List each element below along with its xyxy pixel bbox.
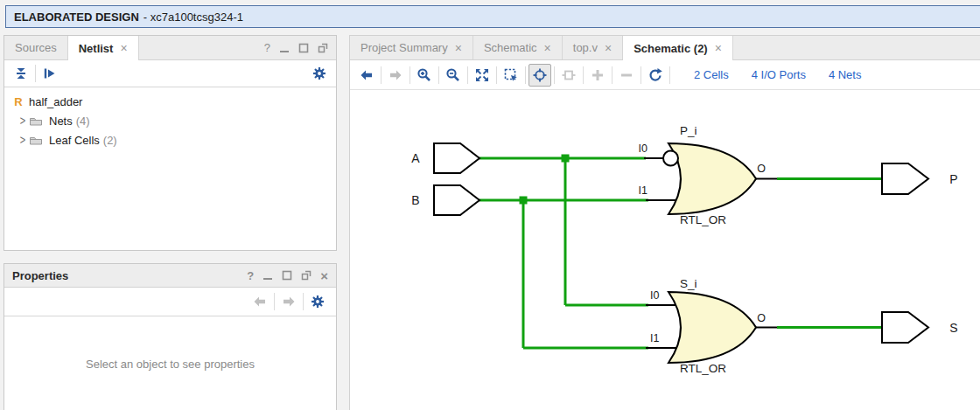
properties-settings-button[interactable] [306,290,329,313]
help-icon[interactable]: ? [264,41,270,54]
zoom-in-icon [416,67,432,83]
editor-area: Project Summary × Schematic × top.v × Sc… [349,35,980,410]
schematic-canvas[interactable]: A B P_i RTL_OR I0 I1 O S_i RTL_OR I0 I1 … [350,91,980,410]
back-button[interactable] [355,64,378,87]
add-to-schematic-button[interactable] [586,64,609,87]
arrow-right-icon [281,294,297,309]
arrow-left-icon [359,67,374,83]
gate1-pin-i0: I0 [639,142,648,155]
properties-panel: Properties ? × [4,263,337,410]
collapse-all-button[interactable] [10,62,32,85]
port-b-label: B [411,193,419,207]
minimize-icon[interactable] [279,43,290,53]
vertical-splitter[interactable] [337,35,349,410]
previous-object-button[interactable] [248,290,271,313]
maximize-icon[interactable] [298,43,309,53]
expand-cone-button[interactable] [557,64,580,87]
tab-schematic-2[interactable]: Schematic (2) × [623,36,733,60]
scroll-to-selected-icon [42,66,58,81]
float-icon[interactable] [301,270,312,281]
gate2-pin-i0: I0 [650,289,659,302]
close-icon[interactable]: × [544,41,551,55]
help-icon[interactable]: ? [247,269,254,282]
tab-sources[interactable]: Sources [4,36,68,59]
collapse-all-icon [13,66,29,81]
gate2-name: S_i [680,277,697,290]
tab-schematic[interactable]: Schematic × [473,36,563,59]
forward-button[interactable] [384,64,407,87]
netlist-panel: Sources Netlist × ? [4,35,337,251]
properties-header: Properties ? × [4,264,336,288]
port-a-label: A [411,151,420,165]
folder-icon [29,135,43,146]
gate1-pin-o: O [757,163,766,175]
autofit-selection-icon [532,67,548,83]
regenerate-layout-button[interactable] [644,64,667,87]
tree-item-leaf-cells[interactable]: > Leaf Cells (2) [4,130,336,149]
autofit-selection-button[interactable] [528,64,551,87]
gate1-pin-i1: I1 [639,184,648,197]
schematic-stats: 2 Cells 4 I/O Ports 4 Nets [694,68,861,81]
horizontal-splitter[interactable] [4,251,337,263]
editor-tabbar: Project Summary × Schematic × top.v × Sc… [350,36,980,60]
zoom-in-button[interactable] [413,64,436,87]
plus-icon [590,67,606,83]
remove-from-schematic-button[interactable] [615,64,638,87]
close-icon[interactable]: × [605,41,612,55]
tab-project-summary[interactable]: Project Summary × [350,36,473,59]
close-icon[interactable]: × [320,268,328,283]
banner-mode-label: ELABORATED DESIGN [14,10,139,24]
gear-icon [312,66,327,81]
elaborated-design-banner: ELABORATED DESIGN - xc7a100tcsg324-1 [5,5,980,28]
io-ports-count-link[interactable]: 4 I/O Ports [752,68,806,81]
gate2-pin-i1: I1 [650,332,659,344]
gate-p-i[interactable] [668,143,756,214]
zoom-to-selection-button[interactable] [500,64,522,87]
input-port-b[interactable] [434,185,480,215]
close-icon[interactable]: × [715,41,722,55]
maximize-icon[interactable] [282,270,292,281]
zoom-fit-icon [474,67,490,83]
properties-title: Properties [12,269,68,282]
tree-item-nets[interactable]: > Nets (4) [4,111,336,130]
scroll-to-selected-button[interactable] [38,62,61,85]
cell-icon [561,67,577,83]
gate-s-i[interactable] [668,292,756,363]
zoom-selection-icon [503,67,519,83]
output-port-p[interactable] [882,163,928,194]
refresh-icon [648,67,663,83]
chevron-right-icon[interactable]: > [17,133,29,147]
netlist-settings-button[interactable] [308,62,331,85]
banner-part-label: - xc7a100tcsg324-1 [144,10,243,24]
netlist-panel-tabbar: Sources Netlist × ? [4,36,336,60]
net-junction [520,197,528,205]
float-icon[interactable] [318,43,328,53]
schematic-toolbar: 2 Cells 4 I/O Ports 4 Nets [350,60,980,90]
arrow-right-icon [388,67,403,83]
tab-topv[interactable]: top.v × [563,36,623,59]
port-p-label: P [949,172,957,186]
nets-count-link[interactable]: 4 Nets [829,68,862,81]
net-junction [562,155,570,163]
close-icon[interactable]: × [120,41,127,55]
properties-toolbar [4,288,336,316]
inverter-bubble [663,151,678,166]
close-icon[interactable]: × [455,41,462,55]
gear-icon [310,294,326,309]
panel-window-controls: ? × [239,268,336,283]
zoom-fit-button[interactable] [471,64,494,87]
netlist-toolbar [4,60,336,87]
minimize-icon[interactable] [262,270,273,281]
output-port-s[interactable] [882,312,928,343]
netlist-tree: R half_adder > Nets (4) > Leaf Cells (2) [4,87,336,149]
zoom-out-button[interactable] [442,64,465,87]
port-s-label: S [949,321,957,335]
gate2-pin-o: O [757,312,766,324]
cells-count-link[interactable]: 2 Cells [694,68,729,81]
tree-item-half-adder[interactable]: R half_adder [4,92,336,111]
next-object-button[interactable] [277,290,300,313]
properties-placeholder: Select an object to see properties [4,316,336,410]
tab-netlist[interactable]: Netlist × [68,36,139,60]
chevron-right-icon[interactable]: > [17,114,29,128]
input-port-a[interactable] [434,143,480,173]
